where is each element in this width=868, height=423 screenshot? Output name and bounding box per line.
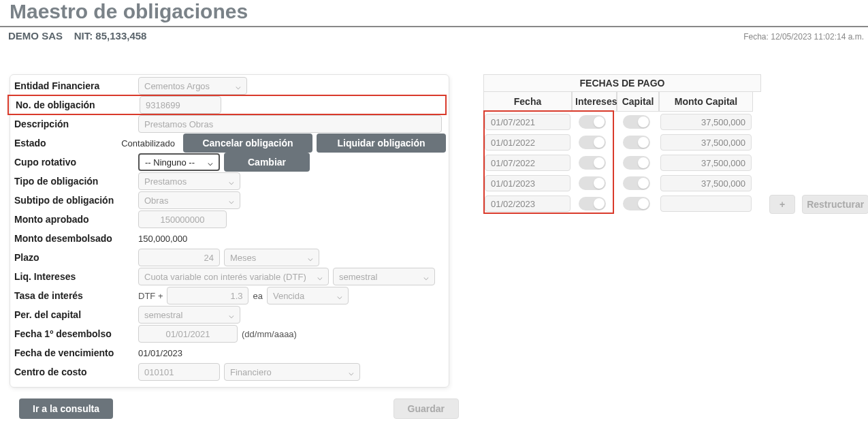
subtipo-select[interactable]: Obras ⌵: [138, 191, 240, 209]
chevron-down-icon: ⌵: [222, 176, 234, 187]
chevron-down-icon: ⌵: [201, 157, 213, 168]
descripcion-label: Descripción: [14, 119, 138, 129]
entidad-select[interactable]: Cementos Argos ⌵: [138, 77, 247, 95]
payment-monto[interactable]: 37,500,000: [660, 175, 752, 191]
payment-row: 01/07/2021 37,500,000: [483, 112, 761, 132]
descripcion-value: Prestamos Obras: [144, 119, 213, 129]
plazo-unit-select[interactable]: Meses ⌵: [224, 249, 319, 266]
chevron-down-icon: ⌵: [342, 367, 354, 377]
tasa-input[interactable]: 1.3: [167, 287, 248, 304]
entidad-label: Entidad Financiera: [14, 80, 138, 91]
payment-row: 01/07/2022 37,500,000: [483, 153, 761, 173]
monto-aprobado-input[interactable]: 150000000: [138, 210, 227, 228]
fecha-vencimiento-value: 01/01/2023: [138, 348, 182, 358]
intereses-toggle[interactable]: [579, 197, 606, 210]
nit-value: 85,133,458: [95, 30, 146, 42]
form-panel: Entidad Financiera Cementos Argos ⌵ No. …: [10, 74, 449, 388]
datetime-label: Fecha:: [743, 32, 769, 42]
subtipo-label: Subtipo de obligación: [14, 195, 138, 206]
monto-aprobado-label: Monto aprobado: [14, 214, 138, 225]
cancel-obligation-button[interactable]: Cancelar obligación: [183, 134, 312, 153]
payment-fecha[interactable]: 01/07/2022: [485, 155, 570, 171]
chevron-down-icon: ⌵: [222, 195, 234, 206]
payment-row: 01/02/2023: [483, 193, 761, 214]
intereses-toggle[interactable]: [579, 136, 606, 149]
tasa-tipo-select[interactable]: Vencida ⌵: [267, 287, 349, 304]
payment-monto[interactable]: [660, 195, 752, 212]
payment-monto[interactable]: 37,500,000: [660, 155, 752, 171]
monto-desembolsado-value: 150,000,000: [138, 234, 187, 244]
monto-desembolsado-label: Monto desembolsado: [14, 233, 138, 244]
plazo-input[interactable]: 24: [138, 249, 220, 266]
tasa-label: Tasa de interés: [14, 290, 138, 301]
chevron-down-icon: ⌵: [330, 291, 342, 301]
fecha-desembolso-label: Fecha 1º desembolso: [14, 328, 138, 339]
fecha-desembolso-value: 01/01/2021: [165, 329, 210, 339]
descripcion-input[interactable]: Prestamos Obras: [138, 115, 442, 133]
col-capital-header: Capital: [617, 92, 659, 112]
tasa-prefix: DTF +: [138, 291, 163, 301]
tipo-value: Prestamos: [144, 176, 187, 187]
plazo-unit-value: Meses: [230, 253, 256, 263]
per-capital-select[interactable]: semestral ⌵: [138, 306, 240, 324]
liquidate-obligation-button[interactable]: Liquidar obligación: [317, 134, 446, 153]
centro-costo-code-input[interactable]: 010101: [138, 363, 220, 381]
liq-intereses-period-value: semestral: [339, 272, 377, 282]
payment-row: 01/01/2023 37,500,000: [483, 173, 761, 193]
no-obligacion-label: No. de obligación: [16, 99, 140, 110]
per-capital-value: semestral: [144, 310, 182, 320]
capital-toggle[interactable]: [623, 176, 650, 190]
datetime-info: Fecha: 12/05/2023 11:02:14 a.m.: [743, 32, 864, 42]
chevron-down-icon: ⌵: [301, 253, 313, 263]
go-to-query-button[interactable]: Ir a la consulta: [19, 398, 113, 419]
subtipo-value: Obras: [144, 195, 168, 206]
payment-row: 01/01/2022 37,500,000: [483, 132, 761, 153]
restructure-button[interactable]: Restructurar: [802, 195, 868, 214]
intereses-toggle[interactable]: [579, 115, 606, 129]
fecha-desembolso-input[interactable]: 01/01/2021: [138, 325, 238, 343]
nit-label: NIT:: [74, 30, 93, 42]
add-payment-button[interactable]: +: [769, 195, 795, 214]
liq-intereses-formula-value: Cuota variable con interés variable (DTF…: [144, 272, 306, 282]
company-name: DEMO SAS: [8, 30, 63, 42]
company-info: DEMO SAS NIT: 85,133,458: [8, 30, 146, 42]
tipo-select[interactable]: Prestamos ⌵: [138, 172, 240, 190]
chevron-down-icon: ⌵: [417, 272, 429, 282]
capital-toggle[interactable]: [623, 156, 650, 170]
liq-intereses-period-select[interactable]: semestral ⌵: [333, 268, 435, 285]
payment-fecha[interactable]: 01/07/2021: [485, 114, 570, 130]
entidad-value: Cementos Argos: [144, 81, 210, 91]
tasa-tipo-value: Vencida: [273, 291, 304, 301]
col-fecha-header: Fecha: [483, 92, 572, 112]
col-intereses-header: Intereses: [572, 92, 617, 112]
centro-costo-name-value: Financiero: [230, 367, 272, 377]
liq-intereses-formula-select[interactable]: Cuota variable con interés variable (DTF…: [138, 268, 329, 285]
payment-fecha[interactable]: 01/02/2023: [485, 195, 570, 212]
save-button[interactable]: Guardar: [393, 398, 459, 419]
plazo-label: Plazo: [14, 252, 138, 263]
datetime-value: 12/05/2023 11:02:14 a.m.: [771, 32, 864, 42]
intereses-toggle[interactable]: [579, 156, 606, 170]
payment-fecha[interactable]: 01/01/2023: [485, 175, 570, 191]
title-divider: [0, 26, 868, 27]
chevron-down-icon: ⌵: [222, 310, 234, 320]
capital-toggle[interactable]: [623, 115, 650, 129]
centro-costo-name-select[interactable]: Financiero ⌵: [224, 363, 360, 381]
col-monto-header: Monto Capital: [659, 92, 753, 112]
cupo-select[interactable]: -- Ninguno -- ⌵: [138, 153, 220, 171]
capital-toggle[interactable]: [623, 197, 650, 210]
change-button[interactable]: Cambiar: [224, 153, 310, 172]
per-capital-label: Per. del capital: [14, 309, 138, 320]
payment-monto[interactable]: 37,500,000: [660, 114, 752, 130]
capital-toggle[interactable]: [623, 136, 650, 149]
intereses-toggle[interactable]: [579, 176, 606, 190]
tasa-ea: ea: [253, 291, 262, 301]
fecha-vencimiento-label: Fecha de vencimiento: [14, 347, 138, 358]
no-obligacion-input[interactable]: 9318699: [140, 96, 221, 114]
cupo-label: Cupo rotativo: [14, 157, 138, 168]
payment-monto[interactable]: 37,500,000: [660, 134, 752, 151]
estado-value: Contabilizado: [121, 138, 175, 148]
payment-fecha[interactable]: 01/01/2022: [485, 134, 570, 151]
tipo-label: Tipo de obligación: [14, 176, 138, 187]
chevron-down-icon: ⌵: [229, 81, 241, 91]
